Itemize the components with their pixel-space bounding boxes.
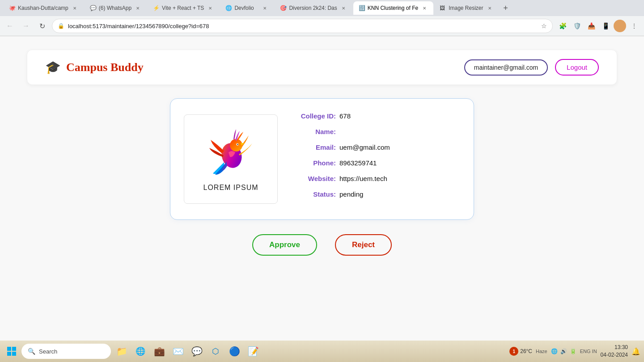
taskbar-app-edge[interactable]: 🌐 [131,342,149,360]
tab-favicon-whatsapp: 💬 [90,5,96,11]
taskbar: 🔍 Search 📁 🌐 💼 ✉️ 💬 ⬡ 🔵 📝 1 26°C Haze 🌐 … [0,341,644,362]
tab-title-whatsapp: (6) WhatsApp [99,5,131,11]
phone-icon[interactable]: 📱 [599,20,612,32]
reject-button[interactable]: Reject [335,234,392,256]
search-icon: 🔍 [28,348,35,355]
app-header: 🎓 Campus Buddy maintainer@gmail.com Logo… [27,50,617,85]
tab-devfolio[interactable]: 🌐 Devfolio ✕ [220,1,274,15]
tab-github[interactable]: 🐙 Kaushan-Dutta/camp ✕ [4,1,84,15]
tab-favicon-devfolio: 🌐 [225,5,232,11]
taskbar-app-teams[interactable]: 💼 [150,342,168,360]
extension-icon-3[interactable]: 📥 [585,20,597,32]
extension-icon-2[interactable]: 🛡️ [571,20,583,32]
taskbar-app-notepad[interactable]: 📝 [244,342,262,360]
lorem-bold: LOREM [203,184,231,191]
svg-point-3 [237,144,238,145]
approve-button[interactable]: Approve [252,234,317,256]
tab-whatsapp[interactable]: 💬 (6) WhatsApp ✕ [85,1,147,15]
tab-bar: 🐙 Kaushan-Dutta/camp ✕ 💬 (6) WhatsApp ✕ … [0,0,644,16]
tab-title-knn: KNN Clustering of Fe [368,5,418,11]
address-text: localhost:5173/maintainer/1234567890/col… [68,23,538,29]
taskbar-clock: 13:30 04-02-2024 [601,344,628,359]
start-button[interactable] [4,343,20,359]
tab-close-devfolio[interactable]: ✕ [261,4,268,12]
college-card-wrapper: LOREM IPSUM College ID: 678 Name: Email:… [161,98,483,256]
back-button[interactable]: ← [4,20,16,32]
info-row-phone: Phone: 8963259741 [296,159,460,167]
taskbar-app-mail[interactable]: ✉️ [169,342,187,360]
logo-text: Campus Buddy [66,61,144,74]
toolbar-icons: 🧩 🛡️ 📥 📱 ⋮ [556,20,640,32]
new-tab-button[interactable]: + [500,2,512,14]
tab-close-knn[interactable]: ✕ [421,4,428,12]
page-content: 🎓 Campus Buddy maintainer@gmail.com Logo… [0,36,644,341]
tab-title-devfolio: Devfolio [234,5,258,11]
system-tray-icons: 🌐 🔊 🔋 [551,348,576,354]
tab-image-resizer[interactable]: 🖼 Image Resizer ✕ [434,1,498,15]
lock-icon: 🔒 [58,23,64,29]
taskbar-right: 1 26°C Haze 🌐 🔊 🔋 ENG IN 13:30 04-02-202… [509,344,640,359]
college-logo-box: LOREM IPSUM [184,114,278,204]
taskbar-app-icons: 📁 🌐 💼 ✉️ 💬 ⬡ 🔵 📝 [113,342,508,360]
taskbar-app-chrome[interactable]: 🔵 [225,342,243,360]
tab-title-diversion: Diversion 2k24: Das [289,5,337,11]
college-logo-text: LOREM IPSUM [203,184,258,192]
logo-area: 🎓 Campus Buddy [45,60,144,75]
tab-favicon-diversion: 🎯 [280,5,286,11]
tab-close-diversion[interactable]: ✕ [340,4,347,12]
college-status-value: pending [339,190,363,198]
taskbar-search-box[interactable]: 🔍 Search [21,344,111,359]
ipsum-light: IPSUM [233,184,258,191]
logout-button[interactable]: Logout [555,59,599,76]
college-email-value: uem@gmail.com [339,143,390,151]
taskbar-app-vscode[interactable]: ⬡ [207,342,225,360]
extension-icon-1[interactable]: 🧩 [556,20,569,32]
tab-favicon-knn: 🔢 [359,5,365,11]
bookmark-icon[interactable]: ☆ [541,22,547,29]
college-status-label: Status: [296,190,336,198]
tab-title-github: Kaushan-Dutta/camp [18,5,68,11]
volume-icon: 🔊 [560,348,567,354]
address-bar[interactable]: 🔒 localhost:5173/maintainer/1234567890/c… [52,19,553,33]
svg-point-1 [230,139,242,152]
info-row-website: Website: https://uem.tech [296,175,460,182]
forward-button[interactable]: → [20,20,32,32]
taskbar-app-chat[interactable]: 💬 [188,342,206,360]
browser-chrome: 🐙 Kaushan-Dutta/camp ✕ 💬 (6) WhatsApp ✕ … [0,0,644,36]
college-phone-label: Phone: [296,159,336,167]
reload-button[interactable]: ↻ [36,20,48,32]
notification-bell[interactable]: 🔔 [631,347,640,356]
tab-favicon-image-resizer: 🖼 [440,5,446,11]
tab-favicon-github: 🐙 [9,5,15,11]
svg-rect-4 [7,347,11,351]
tab-knn[interactable]: 🔢 KNN Clustering of Fe ✕ [353,1,433,15]
college-phone-value: 8963259741 [339,159,377,167]
language-indicator: ENG IN [580,349,597,354]
svg-rect-7 [12,352,16,356]
tab-close-vite[interactable]: ✕ [207,4,214,12]
more-options-icon[interactable]: ⋮ [628,20,640,32]
info-row-name: Name: [296,128,460,135]
tab-favicon-vite: ⚡ [153,5,159,11]
logo-icon: 🎓 [45,60,61,75]
email-badge: maintainer@gmail.com [464,59,548,76]
tab-title-vite: Vite + React + TS [162,5,204,11]
clock-time: 13:30 [601,344,628,351]
college-email-label: Email: [296,143,336,151]
college-id-value: 678 [339,112,351,120]
college-card: LOREM IPSUM College ID: 678 Name: Email:… [170,98,474,220]
clock-date: 04-02-2024 [601,351,628,359]
tab-close-github[interactable]: ✕ [71,4,78,12]
tab-vite[interactable]: ⚡ Vite + React + TS ✕ [148,1,219,15]
college-logo-image [204,126,258,180]
tab-diversion[interactable]: 🎯 Diversion 2k24: Das ✕ [275,1,352,15]
info-row-email: Email: uem@gmail.com [296,143,460,151]
taskbar-search-text: Search [39,348,57,355]
taskbar-app-files[interactable]: 📁 [113,342,131,360]
svg-rect-5 [12,347,16,351]
tab-close-image-resizer[interactable]: ✕ [486,4,493,12]
profile-avatar[interactable] [614,20,626,32]
info-row-status: Status: pending [296,190,460,198]
tab-close-whatsapp[interactable]: ✕ [134,4,141,12]
college-name-label: Name: [296,128,336,135]
